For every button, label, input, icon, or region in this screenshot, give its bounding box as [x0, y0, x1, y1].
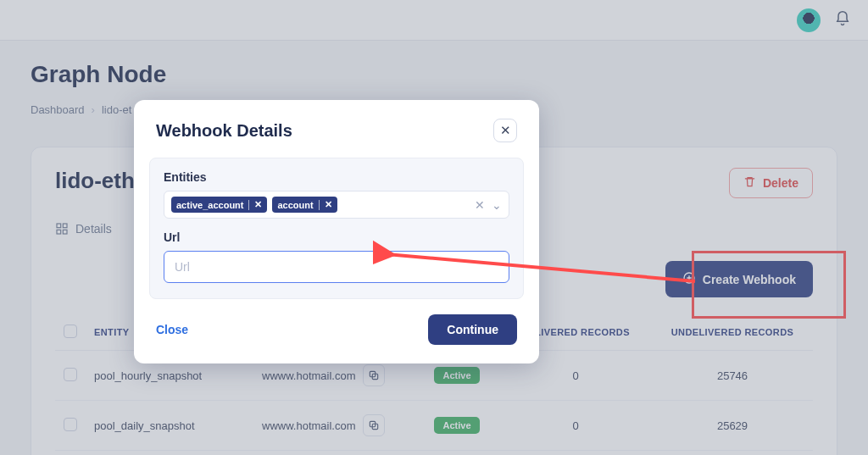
chip-remove-icon[interactable]: ✕	[325, 199, 332, 210]
chip-label: active_account	[176, 200, 243, 210]
close-button[interactable]: Close	[156, 323, 188, 336]
close-icon: ✕	[500, 123, 511, 138]
chip-label: account	[277, 200, 313, 210]
chip-remove-icon[interactable]: ✕	[254, 199, 262, 210]
continue-button[interactable]: Continue	[428, 314, 517, 345]
url-input[interactable]	[164, 251, 509, 283]
url-label: Url	[164, 230, 509, 244]
chevron-down-icon[interactable]: ⌄	[492, 198, 502, 212]
entity-chip[interactable]: account✕	[272, 197, 337, 213]
entity-chip[interactable]: active_account✕	[171, 197, 267, 213]
webhook-details-modal: Webhook Details ✕ Entities active_accoun…	[134, 100, 539, 363]
entities-label: Entities	[164, 170, 509, 184]
modal-close-button[interactable]: ✕	[493, 119, 517, 142]
clear-all-icon[interactable]: ✕	[475, 198, 485, 212]
modal-title: Webhook Details	[156, 121, 292, 141]
entities-multiselect[interactable]: active_account✕account✕ ✕ ⌄	[164, 191, 509, 219]
